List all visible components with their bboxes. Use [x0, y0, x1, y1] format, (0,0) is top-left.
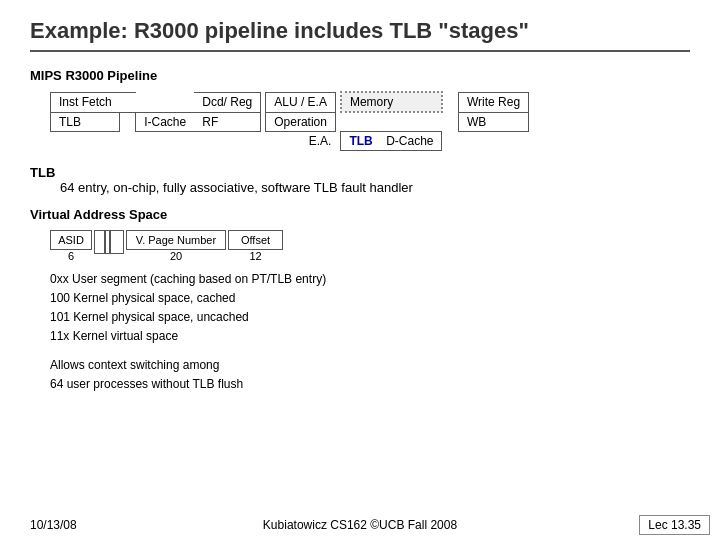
dcd-reg-label: Dcd/ Reg	[194, 92, 261, 112]
segment-11x: 11x Kernel virtual space	[50, 327, 690, 346]
vpage-number: 20	[170, 250, 182, 262]
memory-cell: Memory	[341, 92, 442, 112]
icache-cell: I-Cache	[136, 112, 195, 131]
vpage-block: V. Page Number	[126, 230, 226, 250]
context-line1: Allows context switching among	[50, 356, 690, 375]
operation-cell: Operation	[266, 112, 336, 131]
context-switch: Allows context switching among 64 user p…	[50, 356, 690, 394]
vas-section: Virtual Address Space ASID 6 V. Page Num…	[30, 207, 690, 347]
inst-fetch-cell: Inst Fetch	[51, 92, 120, 112]
pipeline-row-2: TLB I-Cache RF Operation WB	[51, 112, 529, 131]
dcd-reg-cell	[120, 92, 136, 112]
vas-diagram: ASID 6 V. Page Number 20 Offset 1	[50, 230, 690, 266]
pipeline-label: MIPS R3000 Pipeline	[30, 68, 690, 83]
segment-0xx: 0xx User segment (caching based on PT/TL…	[50, 270, 690, 289]
footer-date: 10/13/08	[30, 518, 77, 532]
pipeline-diagram: Inst Fetch Dcd/ Reg ALU / E.A Memory Wri…	[50, 91, 690, 151]
dcache-label: D-Cache	[386, 134, 433, 148]
footer-lec: Lec 13.35	[639, 515, 710, 535]
wb-cell: WB	[458, 112, 528, 131]
write-reg-cell: Write Reg	[458, 92, 528, 112]
offset-block: Offset	[228, 230, 283, 250]
tlb-heading: TLB	[30, 165, 55, 180]
alu-ea-cell: ALU / E.A	[266, 92, 336, 112]
vas-label: Virtual Address Space	[30, 207, 690, 222]
offset-number: 12	[249, 250, 261, 262]
tlb-label-row3: TLB	[349, 134, 372, 148]
pipeline-row-3: E.A. TLB D-Cache	[51, 131, 529, 150]
tlb-section: TLB 64 entry, on-chip, fully associative…	[30, 165, 690, 195]
tlb-description: 64 entry, on-chip, fully associative, so…	[60, 180, 413, 195]
asid-number: 6	[68, 250, 74, 262]
context-line2: 64 user processes without TLB flush	[50, 375, 690, 394]
segment-100: 100 Kernel physical space, cached	[50, 289, 690, 308]
segment-101: 101 Kernel physical space, uncached	[50, 308, 690, 327]
footer: 10/13/08 Kubiatowicz CS162 ©UCB Fall 200…	[0, 518, 720, 532]
footer-course: Kubiatowicz CS162 ©UCB Fall 2008	[263, 518, 457, 532]
segments-list: 0xx User segment (caching based on PT/TL…	[50, 270, 690, 347]
asid-block: ASID	[50, 230, 92, 250]
rf-cell: RF	[194, 112, 261, 131]
ea-tlb-row: TLB D-Cache	[341, 131, 442, 150]
pipeline-row-1: Inst Fetch Dcd/ Reg ALU / E.A Memory Wri…	[51, 92, 529, 112]
tlb-cell: TLB	[51, 112, 120, 131]
slide-title: Example: R3000 pipeline includes TLB "st…	[30, 18, 690, 52]
